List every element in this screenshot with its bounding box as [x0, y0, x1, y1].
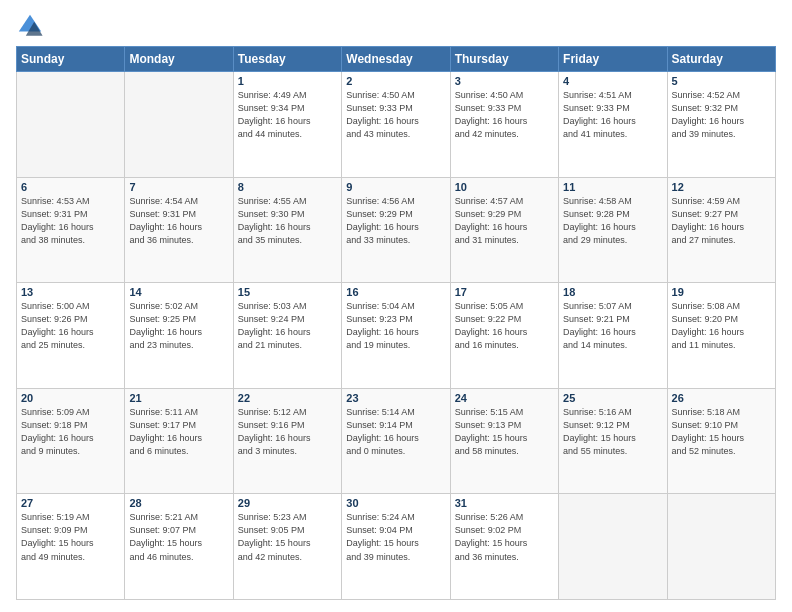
calendar-cell: 17Sunrise: 5:05 AM Sunset: 9:22 PM Dayli… [450, 283, 558, 389]
calendar-cell: 25Sunrise: 5:16 AM Sunset: 9:12 PM Dayli… [559, 388, 667, 494]
day-info: Sunrise: 5:15 AM Sunset: 9:13 PM Dayligh… [455, 406, 554, 458]
col-header-tuesday: Tuesday [233, 47, 341, 72]
day-number: 25 [563, 392, 662, 404]
day-number: 16 [346, 286, 445, 298]
day-info: Sunrise: 4:52 AM Sunset: 9:32 PM Dayligh… [672, 89, 771, 141]
day-number: 27 [21, 497, 120, 509]
calendar-cell: 3Sunrise: 4:50 AM Sunset: 9:33 PM Daylig… [450, 72, 558, 178]
calendar-cell: 26Sunrise: 5:18 AM Sunset: 9:10 PM Dayli… [667, 388, 775, 494]
day-info: Sunrise: 4:57 AM Sunset: 9:29 PM Dayligh… [455, 195, 554, 247]
calendar-cell: 21Sunrise: 5:11 AM Sunset: 9:17 PM Dayli… [125, 388, 233, 494]
calendar-cell: 28Sunrise: 5:21 AM Sunset: 9:07 PM Dayli… [125, 494, 233, 600]
calendar-week-row: 1Sunrise: 4:49 AM Sunset: 9:34 PM Daylig… [17, 72, 776, 178]
day-info: Sunrise: 4:53 AM Sunset: 9:31 PM Dayligh… [21, 195, 120, 247]
day-info: Sunrise: 5:24 AM Sunset: 9:04 PM Dayligh… [346, 511, 445, 563]
day-number: 12 [672, 181, 771, 193]
day-info: Sunrise: 5:16 AM Sunset: 9:12 PM Dayligh… [563, 406, 662, 458]
calendar-cell: 2Sunrise: 4:50 AM Sunset: 9:33 PM Daylig… [342, 72, 450, 178]
col-header-sunday: Sunday [17, 47, 125, 72]
calendar-cell [125, 72, 233, 178]
calendar-week-row: 20Sunrise: 5:09 AM Sunset: 9:18 PM Dayli… [17, 388, 776, 494]
day-number: 31 [455, 497, 554, 509]
day-info: Sunrise: 4:49 AM Sunset: 9:34 PM Dayligh… [238, 89, 337, 141]
calendar-cell: 20Sunrise: 5:09 AM Sunset: 9:18 PM Dayli… [17, 388, 125, 494]
day-info: Sunrise: 5:26 AM Sunset: 9:02 PM Dayligh… [455, 511, 554, 563]
day-info: Sunrise: 5:00 AM Sunset: 9:26 PM Dayligh… [21, 300, 120, 352]
col-header-wednesday: Wednesday [342, 47, 450, 72]
calendar-cell: 9Sunrise: 4:56 AM Sunset: 9:29 PM Daylig… [342, 177, 450, 283]
day-info: Sunrise: 4:56 AM Sunset: 9:29 PM Dayligh… [346, 195, 445, 247]
day-number: 10 [455, 181, 554, 193]
calendar-cell: 7Sunrise: 4:54 AM Sunset: 9:31 PM Daylig… [125, 177, 233, 283]
day-number: 6 [21, 181, 120, 193]
day-info: Sunrise: 5:08 AM Sunset: 9:20 PM Dayligh… [672, 300, 771, 352]
calendar-cell: 14Sunrise: 5:02 AM Sunset: 9:25 PM Dayli… [125, 283, 233, 389]
logo [16, 12, 48, 40]
day-number: 24 [455, 392, 554, 404]
day-number: 17 [455, 286, 554, 298]
day-info: Sunrise: 4:50 AM Sunset: 9:33 PM Dayligh… [346, 89, 445, 141]
calendar-cell: 27Sunrise: 5:19 AM Sunset: 9:09 PM Dayli… [17, 494, 125, 600]
day-info: Sunrise: 5:11 AM Sunset: 9:17 PM Dayligh… [129, 406, 228, 458]
day-number: 30 [346, 497, 445, 509]
day-number: 20 [21, 392, 120, 404]
calendar-cell: 23Sunrise: 5:14 AM Sunset: 9:14 PM Dayli… [342, 388, 450, 494]
calendar-cell: 1Sunrise: 4:49 AM Sunset: 9:34 PM Daylig… [233, 72, 341, 178]
day-number: 1 [238, 75, 337, 87]
calendar-cell [667, 494, 775, 600]
calendar-cell: 12Sunrise: 4:59 AM Sunset: 9:27 PM Dayli… [667, 177, 775, 283]
calendar-cell: 30Sunrise: 5:24 AM Sunset: 9:04 PM Dayli… [342, 494, 450, 600]
day-number: 21 [129, 392, 228, 404]
calendar-cell: 4Sunrise: 4:51 AM Sunset: 9:33 PM Daylig… [559, 72, 667, 178]
day-number: 11 [563, 181, 662, 193]
day-number: 26 [672, 392, 771, 404]
day-info: Sunrise: 4:50 AM Sunset: 9:33 PM Dayligh… [455, 89, 554, 141]
page: SundayMondayTuesdayWednesdayThursdayFrid… [0, 0, 792, 612]
day-number: 19 [672, 286, 771, 298]
calendar-week-row: 6Sunrise: 4:53 AM Sunset: 9:31 PM Daylig… [17, 177, 776, 283]
calendar-cell: 13Sunrise: 5:00 AM Sunset: 9:26 PM Dayli… [17, 283, 125, 389]
day-number: 18 [563, 286, 662, 298]
day-info: Sunrise: 5:23 AM Sunset: 9:05 PM Dayligh… [238, 511, 337, 563]
day-info: Sunrise: 5:02 AM Sunset: 9:25 PM Dayligh… [129, 300, 228, 352]
calendar-table: SundayMondayTuesdayWednesdayThursdayFrid… [16, 46, 776, 600]
calendar-cell: 11Sunrise: 4:58 AM Sunset: 9:28 PM Dayli… [559, 177, 667, 283]
calendar-cell: 31Sunrise: 5:26 AM Sunset: 9:02 PM Dayli… [450, 494, 558, 600]
calendar-week-row: 13Sunrise: 5:00 AM Sunset: 9:26 PM Dayli… [17, 283, 776, 389]
day-number: 3 [455, 75, 554, 87]
calendar-cell: 16Sunrise: 5:04 AM Sunset: 9:23 PM Dayli… [342, 283, 450, 389]
day-info: Sunrise: 5:09 AM Sunset: 9:18 PM Dayligh… [21, 406, 120, 458]
day-number: 29 [238, 497, 337, 509]
day-number: 2 [346, 75, 445, 87]
calendar-cell: 18Sunrise: 5:07 AM Sunset: 9:21 PM Dayli… [559, 283, 667, 389]
header [16, 12, 776, 40]
col-header-monday: Monday [125, 47, 233, 72]
calendar-cell: 15Sunrise: 5:03 AM Sunset: 9:24 PM Dayli… [233, 283, 341, 389]
col-header-friday: Friday [559, 47, 667, 72]
day-number: 13 [21, 286, 120, 298]
calendar-week-row: 27Sunrise: 5:19 AM Sunset: 9:09 PM Dayli… [17, 494, 776, 600]
day-number: 8 [238, 181, 337, 193]
day-number: 5 [672, 75, 771, 87]
calendar-cell: 8Sunrise: 4:55 AM Sunset: 9:30 PM Daylig… [233, 177, 341, 283]
day-info: Sunrise: 5:04 AM Sunset: 9:23 PM Dayligh… [346, 300, 445, 352]
day-info: Sunrise: 4:54 AM Sunset: 9:31 PM Dayligh… [129, 195, 228, 247]
day-info: Sunrise: 5:18 AM Sunset: 9:10 PM Dayligh… [672, 406, 771, 458]
day-info: Sunrise: 4:59 AM Sunset: 9:27 PM Dayligh… [672, 195, 771, 247]
day-info: Sunrise: 5:12 AM Sunset: 9:16 PM Dayligh… [238, 406, 337, 458]
calendar-cell: 29Sunrise: 5:23 AM Sunset: 9:05 PM Dayli… [233, 494, 341, 600]
col-header-saturday: Saturday [667, 47, 775, 72]
day-info: Sunrise: 5:14 AM Sunset: 9:14 PM Dayligh… [346, 406, 445, 458]
day-info: Sunrise: 5:03 AM Sunset: 9:24 PM Dayligh… [238, 300, 337, 352]
calendar-cell [559, 494, 667, 600]
day-info: Sunrise: 5:05 AM Sunset: 9:22 PM Dayligh… [455, 300, 554, 352]
calendar-cell: 5Sunrise: 4:52 AM Sunset: 9:32 PM Daylig… [667, 72, 775, 178]
calendar-header-row: SundayMondayTuesdayWednesdayThursdayFrid… [17, 47, 776, 72]
day-info: Sunrise: 5:19 AM Sunset: 9:09 PM Dayligh… [21, 511, 120, 563]
day-number: 15 [238, 286, 337, 298]
calendar-cell: 6Sunrise: 4:53 AM Sunset: 9:31 PM Daylig… [17, 177, 125, 283]
day-info: Sunrise: 5:07 AM Sunset: 9:21 PM Dayligh… [563, 300, 662, 352]
calendar-cell: 10Sunrise: 4:57 AM Sunset: 9:29 PM Dayli… [450, 177, 558, 283]
day-number: 23 [346, 392, 445, 404]
day-info: Sunrise: 5:21 AM Sunset: 9:07 PM Dayligh… [129, 511, 228, 563]
